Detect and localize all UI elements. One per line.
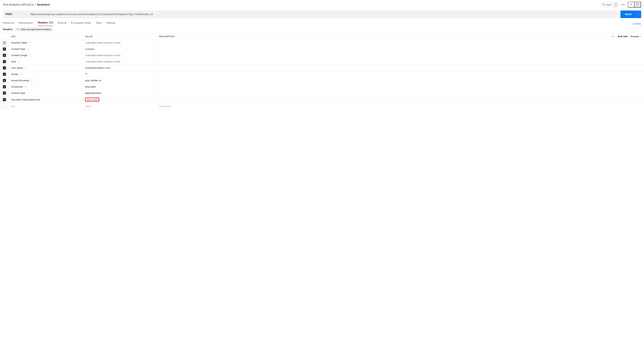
chevron-down-icon [615, 3, 617, 6]
header-value-cell[interactable]: text/plain [83, 46, 157, 52]
send-button[interactable]: Send [620, 10, 636, 18]
info-icon[interactable]: i [24, 86, 27, 88]
chevron-down-icon [24, 13, 26, 16]
info-icon[interactable]: i [30, 79, 33, 82]
bulk-edit-button[interactable]: Bulk Edit [618, 35, 628, 38]
header-value-cell[interactable]: <calculated when request is sent> [83, 40, 157, 46]
save-button[interactable]: Save [600, 2, 614, 7]
header-key: Content-Type [11, 48, 25, 50]
header-description-cell[interactable] [157, 90, 603, 96]
info-icon[interactable]: i [29, 54, 31, 57]
header-key-cell[interactable]: User-Agenti [9, 65, 83, 71]
header-checkbox[interactable] [3, 60, 6, 63]
header-value-cell[interactable]: */* [83, 71, 157, 77]
header-key-cell[interactable]: Content-Typei [9, 46, 83, 52]
header-description-cell[interactable] [157, 58, 603, 65]
cookies-link[interactable]: Cookies [633, 22, 641, 25]
tab-label: Settings [106, 21, 116, 24]
tab-headers[interactable]: Headers (10) [38, 21, 54, 26]
header-description-cell[interactable] [157, 46, 603, 52]
header-value-cell[interactable]: keep-alive [83, 84, 157, 90]
header-key-cell[interactable]: Accept-Encodingi [9, 77, 83, 83]
header-key-cell[interactable]: Connectioni [9, 84, 83, 90]
new-header-description-input[interactable] [159, 105, 601, 108]
tab-label: Tests [96, 21, 102, 24]
info-icon[interactable]: i [20, 73, 22, 75]
save-label: Save [606, 3, 611, 6]
header-value-cell[interactable]: gzip, deflate, br [83, 77, 157, 83]
header-key-cell[interactable]: Ocp-Apim-Subscription-Key [9, 96, 83, 103]
header-description-cell[interactable] [157, 40, 603, 46]
header-checkbox[interactable] [3, 85, 6, 88]
header-checkbox [3, 41, 6, 44]
header-key-cell[interactable]: Content-Type [9, 90, 83, 96]
header-value-cell[interactable]: {{api_key}} [83, 96, 157, 103]
header-description-cell[interactable] [157, 71, 603, 77]
tab-label: Params [3, 21, 12, 24]
new-header-value-input[interactable] [85, 105, 154, 108]
header-value-cell[interactable]: <calculated when request is sent> [83, 58, 157, 65]
info-icon[interactable]: i [24, 67, 27, 69]
header-value-cell[interactable]: <calculated when request is sent> [83, 52, 157, 58]
header-value: keep-alive [85, 85, 96, 88]
http-method-select[interactable]: POST [3, 10, 28, 18]
table-row: Accept-Encodingigzip, deflate, br [0, 77, 644, 84]
header-key: Accept-Encoding [11, 79, 29, 82]
tab-label: Authorization [18, 21, 33, 24]
header-value: <calculated when request is sent> [85, 54, 121, 57]
breadcrumb-parent[interactable]: Text Analytics API (v3.1) [3, 3, 34, 6]
tab-prerequest[interactable]: Pre-request Script [71, 21, 91, 26]
header-description-cell[interactable] [157, 96, 603, 103]
send-dropdown[interactable] [636, 10, 641, 18]
breadcrumb: Text Analytics API (v3.1) / Sentiment [3, 3, 50, 6]
header-key-cell[interactable]: Hosti [9, 58, 83, 65]
tab-label: Body [58, 21, 64, 24]
header-description-cell[interactable] [157, 77, 603, 83]
header-value-cell[interactable]: PostmanRuntime/7.29.0 [83, 65, 157, 71]
header-checkbox[interactable] [3, 54, 6, 57]
column-header-key: KEY [9, 33, 83, 39]
status-dot-icon [12, 22, 14, 23]
new-header-key-input[interactable] [11, 105, 80, 108]
header-checkbox[interactable] [3, 47, 6, 51]
presets-label: Presets [631, 35, 639, 38]
header-checkbox[interactable] [3, 92, 6, 95]
header-key-cell[interactable]: Accepti [9, 71, 83, 77]
hide-auto-headers-button[interactable]: Hide auto-generated headers [15, 27, 53, 32]
header-value: gzip, deflate, br [85, 79, 101, 82]
info-icon[interactable]: i [18, 60, 20, 63]
header-description-cell[interactable] [157, 52, 603, 58]
header-description-cell[interactable] [157, 65, 603, 71]
hide-auto-headers-label: Hide auto-generated headers [21, 28, 51, 31]
tab-tests[interactable]: Tests [96, 21, 102, 26]
header-description-cell[interactable] [157, 84, 603, 90]
header-checkbox[interactable] [3, 66, 6, 69]
request-url-input[interactable] [28, 10, 618, 18]
tab-authorization[interactable]: Authorization [18, 21, 33, 26]
tab-label: Headers [38, 21, 48, 24]
more-actions-button[interactable]: ••• [620, 2, 626, 7]
tab-settings[interactable]: Settings [106, 21, 116, 26]
headers-table: KEY VALUE DESCRIPTION ••• Bulk Edit Pres… [0, 33, 644, 109]
header-key: Ocp-Apim-Subscription-Key [11, 98, 40, 101]
chevron-down-icon [638, 13, 640, 15]
header-key-cell[interactable]: Postman-Tokeni [9, 40, 83, 46]
header-checkbox[interactable] [3, 79, 6, 82]
header-checkbox[interactable] [3, 98, 6, 101]
headers-count: (10) [49, 21, 53, 24]
info-icon[interactable]: i [27, 48, 29, 50]
save-dropdown[interactable] [614, 2, 618, 7]
edit-button[interactable] [628, 2, 634, 7]
table-more-button[interactable]: ••• [611, 35, 614, 38]
header-key: Accept [11, 73, 18, 75]
header-value-cell[interactable]: application/json [83, 90, 157, 96]
info-icon[interactable]: i [29, 41, 32, 44]
header-key-cell[interactable]: Content-Lengthi [9, 52, 83, 58]
presets-button[interactable]: Presets [631, 35, 642, 38]
comment-button[interactable] [634, 2, 641, 7]
tab-params[interactable]: Params [3, 21, 14, 26]
headers-subheader: Headers [3, 28, 13, 31]
tab-body[interactable]: Body [58, 21, 66, 26]
table-row: Postman-Tokeni<calculated when request i… [0, 40, 644, 46]
header-checkbox[interactable] [3, 73, 6, 76]
